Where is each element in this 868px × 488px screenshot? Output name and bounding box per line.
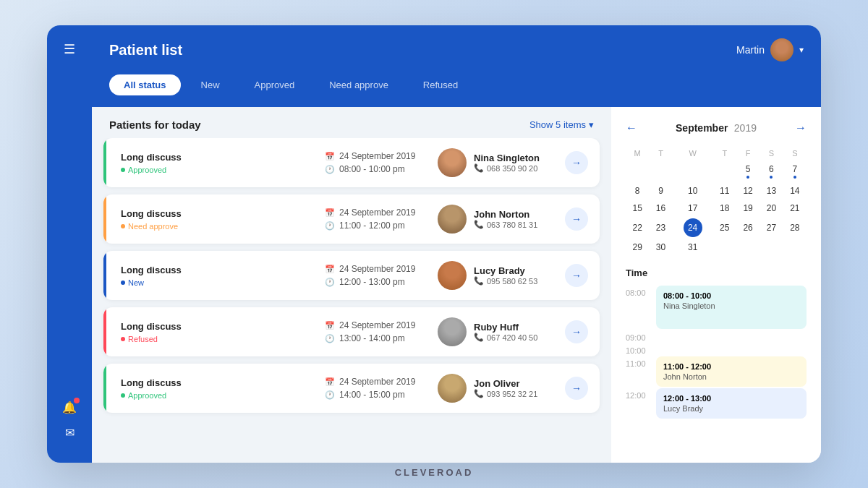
- tab-need-approve[interactable]: Need approve: [315, 74, 403, 95]
- card-arrow-button[interactable]: →: [565, 264, 588, 287]
- cal-day: [673, 160, 713, 182]
- card-accent: [103, 194, 106, 244]
- user-menu[interactable]: Martin ▾: [736, 38, 804, 61]
- card-status: New: [121, 278, 313, 287]
- patient-name: Jon Oliver: [474, 378, 537, 389]
- cal-day[interactable]: 13: [760, 182, 783, 200]
- card-arrow-button[interactable]: →: [565, 207, 588, 231]
- show-items-button[interactable]: Show 5 items ▾: [529, 119, 594, 130]
- clock-icon: 🕐: [325, 221, 335, 231]
- phone-icon: 📞: [474, 163, 484, 173]
- calendar-panel: ← September 2019 → MTWTFSS56789101112131…: [611, 107, 821, 463]
- main-content: Patient list Martin ▾ All status New App…: [92, 25, 821, 463]
- cal-day[interactable]: 18: [713, 200, 736, 217]
- card-title: Long discuss: [121, 152, 313, 163]
- cal-day[interactable]: 23: [649, 217, 672, 239]
- phone-icon: 📞: [474, 276, 484, 286]
- cal-day: [649, 160, 672, 182]
- card-accent: [103, 138, 106, 187]
- cal-day[interactable]: 15: [626, 200, 649, 217]
- bell-icon[interactable]: 🔔: [62, 401, 77, 414]
- card-patient: Lucy Brady 📞 095 580 62 53: [438, 261, 553, 290]
- next-month-button[interactable]: →: [795, 121, 807, 134]
- patient-panel: Patients for today Show 5 items ▾ Long d…: [92, 107, 611, 463]
- menu-icon[interactable]: ☰: [64, 41, 75, 57]
- card-arrow-button[interactable]: →: [565, 377, 588, 400]
- calendar-icon: 📅: [325, 377, 335, 387]
- cal-day[interactable]: 22: [626, 217, 649, 239]
- time-event-sub: Nina Singleton: [663, 301, 799, 310]
- patient-card[interactable]: Long discuss Need approve 📅 24 September…: [103, 194, 600, 244]
- cal-day-header: W: [673, 146, 713, 160]
- time-event[interactable]: 08:00 - 10:00 Nina Singleton: [656, 286, 807, 329]
- cal-day[interactable]: 5: [736, 160, 760, 182]
- time-row: 08:00 08:00 - 10:00 Nina Singleton: [626, 286, 807, 329]
- cal-day[interactable]: 24: [673, 217, 713, 239]
- cal-day[interactable]: 7: [783, 160, 807, 182]
- cal-day: [760, 239, 783, 256]
- card-date: 24 September 2019: [339, 264, 415, 274]
- card-title: Long discuss: [121, 265, 313, 275]
- card-info: Long discuss Need approve: [115, 208, 313, 231]
- patient-panel-header: Patients for today Show 5 items ▾: [92, 107, 611, 138]
- card-time: 11:00 - 12:00 pm: [339, 221, 405, 231]
- card-info: Long discuss New: [115, 265, 313, 287]
- tab-approved[interactable]: Approved: [240, 74, 310, 95]
- cal-day[interactable]: 12: [736, 182, 760, 200]
- cal-day[interactable]: 20: [760, 200, 783, 217]
- cal-day[interactable]: 8: [626, 182, 649, 200]
- card-date: 24 September 2019: [339, 207, 415, 218]
- patient-details: Lucy Brady 📞 095 580 62 53: [474, 265, 537, 286]
- calendar-year: 2019: [734, 122, 757, 134]
- cal-day[interactable]: 6: [760, 160, 783, 182]
- cal-day[interactable]: 19: [736, 200, 760, 217]
- cal-day[interactable]: 10: [673, 182, 713, 200]
- cal-day: [713, 239, 736, 256]
- time-event[interactable]: 11:00 - 12:00 John Norton: [656, 356, 807, 387]
- patient-phone: 📞 063 780 81 31: [474, 220, 537, 229]
- calendar-month: September: [676, 122, 728, 134]
- card-patient: Nina Singleton 📞 068 350 90 20: [438, 148, 553, 177]
- cal-day[interactable]: 29: [626, 239, 649, 256]
- patient-card[interactable]: Long discuss New 📅 24 September 2019 🕐 1…: [103, 251, 600, 300]
- patient-card[interactable]: Long discuss Approoved 📅 24 September 20…: [103, 138, 600, 187]
- cal-day[interactable]: 26: [736, 217, 760, 239]
- cal-day[interactable]: 16: [649, 200, 672, 217]
- tab-new[interactable]: New: [187, 74, 234, 95]
- sidebar: ☰ 🔔 ✉: [47, 25, 92, 463]
- card-info: Long discuss Approoved: [115, 152, 313, 174]
- cal-day[interactable]: 17: [673, 200, 713, 217]
- card-datetime: 📅 24 September 2019 🕐 12:00 - 13:00 pm: [325, 264, 426, 287]
- cal-day[interactable]: 31: [673, 239, 713, 256]
- status-dot: [121, 281, 125, 285]
- card-info: Long discuss Refused: [115, 321, 313, 343]
- phone-icon: 📞: [474, 220, 484, 229]
- time-event[interactable]: 12:00 - 13:00 Lucy Brady: [656, 388, 807, 419]
- cal-day[interactable]: 11: [713, 182, 736, 200]
- card-arrow-button[interactable]: →: [565, 151, 588, 174]
- cal-day[interactable]: 30: [649, 239, 672, 256]
- patient-details: Ruby Huff 📞 067 420 40 50: [474, 322, 537, 342]
- cal-day[interactable]: 25: [713, 217, 736, 239]
- cal-day[interactable]: 14: [783, 182, 807, 200]
- tab-all-status[interactable]: All status: [109, 74, 181, 95]
- card-datetime: 📅 24 September 2019 🕐 08:00 - 10:00 pm: [325, 151, 426, 174]
- card-status: Approoved: [121, 391, 313, 400]
- prev-month-button[interactable]: ←: [626, 121, 637, 134]
- calendar-icon: 📅: [325, 152, 335, 161]
- patient-avatar: [438, 205, 467, 234]
- card-datetime: 📅 24 September 2019 🕐 13:00 - 14:00 pm: [325, 320, 426, 343]
- cal-day[interactable]: 27: [760, 217, 783, 239]
- card-arrow-button[interactable]: →: [565, 320, 588, 343]
- tab-refused[interactable]: Refused: [409, 74, 472, 95]
- patient-card[interactable]: Long discuss Refused 📅 24 September 2019…: [103, 307, 600, 356]
- mail-icon[interactable]: ✉: [65, 426, 75, 440]
- cal-day[interactable]: 28: [783, 217, 807, 239]
- time-row: 10:00: [626, 343, 807, 355]
- status-label: Refused: [128, 335, 158, 343]
- patient-card[interactable]: Long discuss Approoved 📅 24 September 20…: [103, 364, 600, 413]
- cal-day[interactable]: 21: [783, 200, 807, 217]
- time-tick: 11:00: [626, 356, 650, 368]
- card-status: Need approve: [121, 222, 313, 231]
- cal-day[interactable]: 9: [649, 182, 672, 200]
